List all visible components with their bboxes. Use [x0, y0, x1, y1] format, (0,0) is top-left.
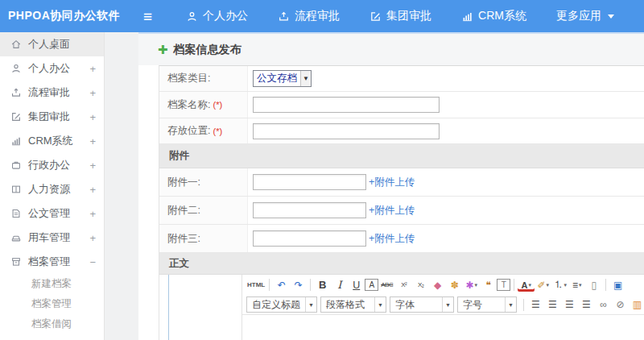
archive-name-input[interactable]	[253, 97, 440, 113]
storage-location-input[interactable]	[253, 123, 440, 139]
redo-icon[interactable]: ↷	[290, 277, 307, 293]
attachment-3-input[interactable]	[253, 230, 366, 247]
font-frame-icon[interactable]: A	[365, 279, 378, 291]
edit-icon	[10, 111, 22, 122]
unordered-list-icon[interactable]: ≡▾	[568, 277, 585, 293]
select-caret-icon: ▼	[374, 297, 386, 312]
nav-group-approval[interactable]: 集团审批	[369, 9, 431, 23]
required-mark: (*)	[213, 100, 222, 110]
user-icon	[186, 10, 198, 23]
edit-icon	[369, 10, 382, 23]
editor-left-spacer	[169, 275, 242, 340]
align-left-icon[interactable]: ☰	[527, 296, 544, 313]
sidebar-subitem-new-archive[interactable]: 新建档案	[0, 274, 104, 294]
attachments-section-header: 附件	[159, 144, 644, 168]
nav-personal-office[interactable]: 个人办公	[186, 9, 248, 23]
hilitecolor-icon[interactable]: ✐▾	[535, 277, 551, 293]
sidebar-item-human-resources[interactable]: 人力资源 +	[0, 177, 104, 201]
expand-plus-icon[interactable]: +	[89, 135, 96, 147]
collapse-minus-icon[interactable]: −	[89, 256, 96, 268]
unlink-icon[interactable]: ⊘	[612, 296, 629, 313]
clear-format-icon[interactable]: ✽	[446, 277, 463, 293]
font-size-select[interactable]: 字号▼	[457, 296, 517, 313]
fullscreen-icon[interactable]: ▣	[609, 277, 626, 293]
attachment-3-upload-link[interactable]: +附件上传	[369, 232, 415, 246]
eraser-icon[interactable]: ◆	[429, 277, 446, 293]
menu-toggle-icon[interactable]: ≡	[143, 9, 152, 24]
expand-plus-icon[interactable]: +	[89, 63, 96, 75]
editor-toolbar-row2: 自定义标题▼段落格式▼字体▼字号▼☰☰☰☰∞⊘▥▥▰▦	[242, 295, 644, 315]
superscript-icon[interactable]: X²	[395, 277, 412, 293]
archive-category-label: 档案类目:	[167, 72, 210, 85]
briefcase-icon	[10, 160, 22, 171]
sidebar-item-personal-office[interactable]: 个人办公 +	[0, 56, 104, 81]
content-header: ✚ 档案信息发布	[138, 32, 644, 65]
sidebar-subitem-archive-management[interactable]: 档案管理	[0, 294, 104, 314]
custom-title-select[interactable]: 自定义标题▼	[246, 296, 317, 313]
expand-plus-icon[interactable]: +	[89, 184, 96, 196]
expand-plus-icon[interactable]: +	[89, 160, 96, 172]
archive-category-select[interactable]: 公文存档 ▼	[253, 70, 312, 87]
caret-down-icon: ▾	[564, 282, 567, 288]
sidebar-item-crm-system[interactable]: CRM系统 +	[0, 129, 104, 153]
blockquote-icon[interactable]: ❝	[480, 277, 497, 293]
content-card: ✚ 档案信息发布 档案类目: 公文存档 ▼ 档案名称: (*)	[138, 32, 644, 340]
select-caret-icon: ▼	[442, 297, 453, 312]
sidebar-item-group-approval[interactable]: 集团审批 +	[0, 105, 104, 129]
sidebar-item-document-management[interactable]: 公文管理 +	[0, 201, 104, 226]
id-card-icon	[10, 184, 22, 195]
bold-icon[interactable]: B	[314, 277, 331, 293]
paint-format-icon[interactable]: ✱▾	[463, 277, 480, 293]
font-family-select[interactable]: 字体▼	[390, 296, 454, 313]
ordered-list-icon[interactable]: ⒈▾	[551, 277, 568, 293]
editor-content[interactable]	[242, 315, 644, 340]
editor-container: HTML↶↷BIUAABCX²X₂◆✽✱▾❝TA▾✐▾⒈▾≡▾▯▣ 自定义标题▼…	[168, 275, 644, 340]
attachment-1-upload-link[interactable]: +附件上传	[369, 176, 415, 189]
main-area: ✚ 档案信息发布 档案类目: 公文存档 ▼ 档案名称: (*)	[105, 32, 644, 340]
strikethrough-icon[interactable]: ABC	[378, 277, 395, 293]
underline-icon[interactable]: U	[348, 277, 365, 293]
undo-icon[interactable]: ↶	[273, 277, 290, 293]
attachment-1-input[interactable]	[253, 174, 366, 190]
attachment-2-upload-link[interactable]: +附件上传	[369, 204, 415, 218]
nav-crm-system[interactable]: CRM系统	[461, 9, 526, 23]
attachment-2-input[interactable]	[253, 202, 366, 218]
toolbar-separator	[523, 299, 524, 311]
align-justify-icon[interactable]: ☰	[578, 296, 595, 313]
attachment-3-label: 附件三:	[167, 232, 200, 246]
image-icon[interactable]: ▥	[629, 296, 644, 313]
app-logo: PHPOA协同办公软件	[0, 9, 143, 23]
car-icon	[10, 232, 22, 243]
sidebar-subitem-archive-borrow[interactable]: 档案借阅	[0, 314, 104, 334]
expand-plus-icon[interactable]: +	[89, 232, 96, 244]
link-icon[interactable]: ∞	[595, 296, 612, 313]
sidebar-item-archive-management[interactable]: 档案管理 −	[0, 250, 104, 274]
archive-name-row: 档案名称: (*)	[159, 92, 644, 118]
paste-plain-icon[interactable]: T	[497, 279, 510, 291]
expand-plus-icon[interactable]: +	[89, 111, 96, 123]
nav-more-apps[interactable]: 更多应用	[556, 9, 614, 23]
sidebar-item-personal-desktop[interactable]: 个人桌面	[0, 32, 104, 56]
source-code-icon[interactable]: HTML	[246, 277, 266, 293]
subscript-icon[interactable]: X₂	[412, 277, 429, 293]
sidebar-item-vehicle-management[interactable]: 用车管理 +	[0, 226, 104, 250]
forecolor-icon[interactable]: A▾	[518, 279, 535, 292]
attachment-1-row: 附件一: +附件上传	[159, 168, 644, 197]
paragraph-format-select[interactable]: 段落格式▼	[320, 296, 386, 313]
archive-form: 档案类目: 公文存档 ▼ 档案名称: (*)	[159, 65, 644, 340]
align-center-icon[interactable]: ☰	[544, 296, 561, 313]
sidebar-item-admin-office[interactable]: 行政办公 +	[0, 153, 104, 177]
archive-name-label: 档案名称:	[167, 98, 210, 112]
new-document-icon[interactable]: ▯	[585, 277, 602, 293]
attachment-1-label: 附件一:	[167, 176, 200, 189]
expand-plus-icon[interactable]: +	[89, 208, 96, 220]
caret-down-icon: ▾	[474, 282, 477, 288]
page-title: 档案信息发布	[174, 43, 242, 57]
archive-box-icon	[10, 256, 22, 267]
italic-icon[interactable]: I	[331, 277, 348, 293]
sidebar-item-workflow-approval[interactable]: 流程审批 +	[0, 81, 104, 105]
add-icon: ✚	[158, 43, 168, 57]
align-right-icon[interactable]: ☰	[561, 296, 578, 313]
nav-workflow-approval[interactable]: 流程审批	[278, 9, 340, 23]
expand-plus-icon[interactable]: +	[89, 87, 96, 99]
